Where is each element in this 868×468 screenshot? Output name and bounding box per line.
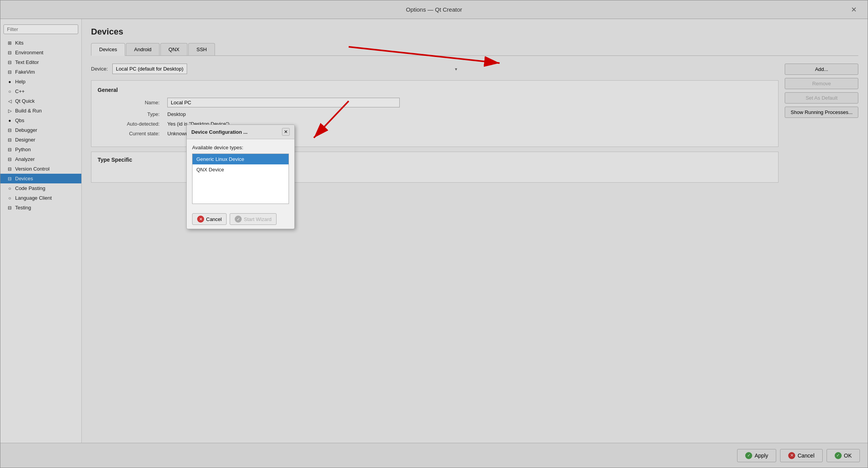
- modal-titlebar: Device Configuration ... ✕: [187, 125, 294, 139]
- device-type-generic-linux[interactable]: Generic Linux Device: [193, 154, 289, 164]
- available-types-label: Available device types:: [192, 145, 289, 150]
- modal-body: Available device types: Generic Linux De…: [187, 139, 294, 209]
- device-config-modal: Device Configuration ... ✕ Available dev…: [186, 124, 295, 229]
- modal-title: Device Configuration ...: [191, 129, 248, 135]
- device-type-qnx-device[interactable]: QNX Device: [193, 164, 289, 175]
- modal-wizard-icon: ✓: [235, 216, 242, 223]
- modal-cancel-label: Cancel: [206, 216, 222, 222]
- modal-cancel-button[interactable]: ✕ Cancel: [192, 213, 227, 225]
- svg-line-1: [349, 47, 500, 63]
- modal-start-wizard-label: Start Wizard: [244, 216, 272, 222]
- modal-overlay: Device Configuration ... ✕ Available dev…: [0, 0, 868, 468]
- modal-cancel-icon: ✕: [197, 216, 204, 223]
- svg-line-2: [314, 101, 349, 138]
- annotation-arrows: [0, 0, 868, 468]
- modal-start-wizard-button[interactable]: ✓ Start Wizard: [230, 213, 277, 225]
- modal-footer: ✕ Cancel ✓ Start Wizard: [187, 209, 294, 229]
- modal-close-button[interactable]: ✕: [282, 128, 290, 136]
- main-window: Options — Qt Creator ✕ ⊞Kits⊟Environment…: [0, 0, 868, 468]
- device-type-list: Generic Linux DeviceQNX Device: [192, 154, 289, 204]
